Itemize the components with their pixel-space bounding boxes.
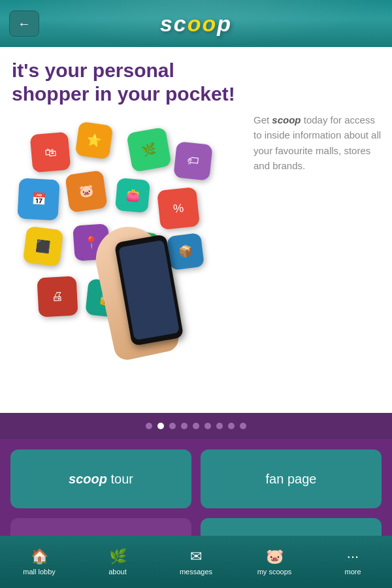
messages-label: messages — [180, 568, 212, 576]
dot-8[interactable] — [228, 423, 235, 429]
icon-box-icon: 📦 — [167, 233, 204, 270]
icon-calendar-icon: 📅 — [17, 178, 59, 220]
nav-item-about[interactable]: 🌿 about — [78, 536, 157, 588]
dot-9[interactable] — [240, 423, 246, 429]
more-icon: ··· — [347, 548, 359, 565]
description-brand: scoop — [272, 114, 301, 125]
about-label: about — [108, 568, 127, 576]
fan-page-label: fan page — [266, 472, 317, 487]
app-logo: scoop — [160, 11, 232, 37]
more-label: more — [344, 568, 361, 576]
nav-item-my-scoops[interactable]: 🐷 my scoops — [235, 536, 314, 588]
scoop-tour-button[interactable]: scoop tour — [10, 449, 191, 508]
dot-6[interactable] — [204, 423, 211, 429]
icon-star-icon: ⭐ — [75, 122, 114, 160]
icon-qr-icon: ⬛ — [23, 226, 63, 267]
description-text: Get scoop today for access to inside inf… — [253, 112, 382, 173]
back-button[interactable]: ← — [9, 10, 39, 37]
icon-printer-icon: 🖨 — [37, 276, 78, 317]
header: ← scoop — [0, 0, 392, 47]
dot-4[interactable] — [181, 423, 188, 429]
phone-illustration: 🛍 ⭐ 🌿 🏷 📅 🐷 👛 % ⬛ 📍 🏷 📦 🖨 🔒 🎩 — [12, 114, 221, 355]
about-icon: 🌿 — [109, 548, 127, 565]
dot-5[interactable] — [193, 423, 199, 429]
dot-7[interactable] — [216, 423, 223, 429]
icon-wallet-icon: 👛 — [115, 178, 150, 213]
bottom-navigation: 🏠 mall lobby 🌿 about ✉ messages 🐷 my sco… — [0, 536, 392, 588]
carousel-dots — [0, 413, 392, 439]
nav-item-messages[interactable]: ✉ messages — [157, 536, 235, 588]
icon-percent-icon: % — [157, 187, 200, 230]
main-tagline: it's your personal shopper in your pocke… — [12, 59, 242, 106]
my-scoops-icon: 🐷 — [266, 548, 284, 565]
dot-2[interactable] — [157, 423, 164, 429]
scoop-tour-label: scoop tour — [69, 472, 133, 487]
fan-page-button[interactable]: fan page — [201, 449, 382, 508]
icon-piggy-icon: 🐷 — [65, 170, 108, 213]
my-scoops-label: my scoops — [257, 568, 292, 576]
main-content: it's your personal shopper in your pocke… — [0, 47, 392, 413]
dot-3[interactable] — [169, 423, 176, 429]
mall-lobby-icon: 🏠 — [31, 548, 48, 565]
mall-lobby-label: mall lobby — [23, 568, 56, 576]
icon-leaf-icon: 🌿 — [126, 127, 172, 172]
dot-1[interactable] — [146, 423, 152, 429]
right-panel: Get scoop today for access to inside inf… — [248, 47, 392, 413]
back-arrow-icon: ← — [18, 16, 31, 31]
nav-item-more[interactable]: ··· more — [314, 536, 392, 588]
icon-tag-icon: 🏷 — [173, 141, 212, 180]
messages-icon: ✉ — [190, 548, 202, 565]
left-panel: it's your personal shopper in your pocke… — [0, 47, 248, 413]
description-prefix: Get — [253, 114, 272, 125]
icon-shopping-icon: 🛍 — [30, 132, 71, 173]
top-section: it's your personal shopper in your pocke… — [0, 47, 392, 413]
nav-item-mall-lobby[interactable]: 🏠 mall lobby — [0, 536, 78, 588]
